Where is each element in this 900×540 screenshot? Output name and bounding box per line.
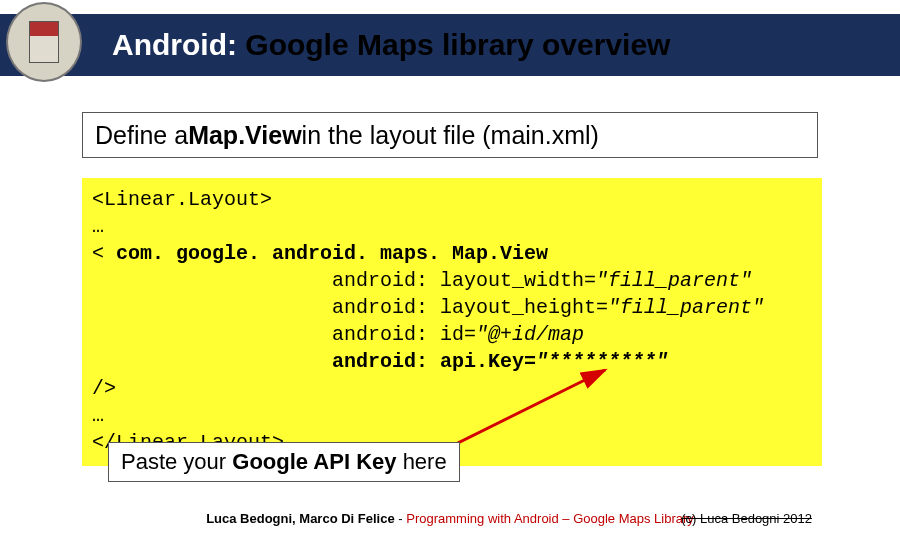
callout-post: here [403, 449, 447, 474]
seal-emblem [29, 21, 59, 63]
slide-title: Android: Google Maps library overview [112, 28, 670, 62]
instruction-post: in the layout file (main.xml) [302, 121, 599, 150]
university-seal-logo [6, 2, 82, 82]
instruction-box: Define a Map.View in the layout file (ma… [82, 112, 818, 158]
callout-box: Paste your Google API Key here [108, 442, 460, 482]
footer-authors: Luca Bedogni, Marco Di Felice [206, 511, 395, 526]
code-line-4: android: layout_width="fill_parent" [92, 267, 812, 294]
title-part-1: Android: [112, 28, 237, 61]
slide-header: Android: Google Maps library overview [0, 14, 900, 76]
code-line-1: <Linear.Layout> [92, 186, 812, 213]
instruction-pre: Define a [95, 121, 188, 150]
instruction-bold: Map.View [188, 121, 301, 150]
code-line-3: < com. google. android. maps. Map.View [92, 240, 812, 267]
callout-bold: Google API Key [232, 449, 396, 474]
code-block: <Linear.Layout> … < com. google. android… [82, 178, 822, 466]
code-line-7: android: api.Key="*********" [92, 348, 812, 375]
code-line-9: … [92, 402, 812, 429]
footer-course: Programming with Android – Google Maps L… [406, 511, 694, 526]
title-part-2: Google Maps library overview [237, 28, 670, 61]
code-line-8: /> [92, 375, 812, 402]
footer-copyright-strike: (c) Luca Bedogni 2012 [681, 511, 812, 526]
code-line-5: android: layout_height="fill_parent" [92, 294, 812, 321]
code-line-6: android: id="@+id/map [92, 321, 812, 348]
callout-pre: Paste your [121, 449, 232, 474]
code-line-2: … [92, 213, 812, 240]
